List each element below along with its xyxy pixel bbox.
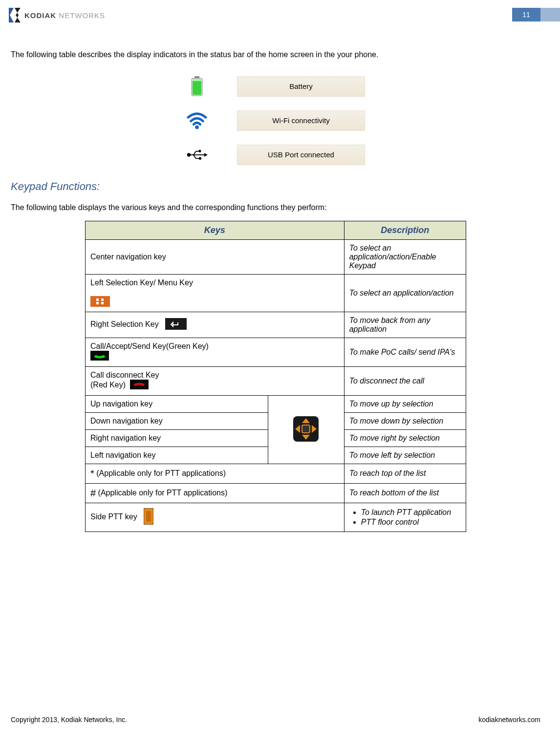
indicator-row-battery: Battery (186, 76, 365, 97)
table-header-row: Keys Description (86, 221, 466, 239)
key-cell: Left Selection Key/ Menu Key (86, 274, 345, 312)
key-text: Left Selection Key/ Menu Key (90, 278, 193, 287)
indicator-label-usb: USB Port connected (237, 145, 365, 165)
svg-rect-4 (193, 79, 201, 95)
svg-rect-14 (101, 298, 104, 301)
desc-cell: To select an application/action (344, 274, 466, 312)
svg-rect-5 (193, 79, 201, 81)
svg-rect-12 (90, 296, 110, 307)
svg-marker-0 (9, 8, 14, 22)
svg-rect-27 (146, 511, 151, 522)
svg-marker-1 (15, 8, 21, 22)
menu-key-icon (90, 296, 110, 309)
desc-bullet-2: PTT floor control (361, 518, 461, 527)
header: KODIAK NETWORKS 11 (0, 6, 560, 22)
keypad-intro: The following table displays the various… (11, 202, 540, 214)
desc-cell: To select an application/action/Enable K… (344, 239, 466, 274)
indicator-label-wifi: Wi-Fi connectivity (237, 110, 365, 131)
key-text: Right Selection Key (90, 320, 159, 328)
keypad-table: Keys Description Center navigation key T… (85, 221, 466, 532)
indicator-label-battery: Battery (237, 76, 365, 97)
key-cell: Right Selection Key (86, 312, 345, 338)
dpad-cell (268, 395, 344, 464)
key-cell: Up navigation key (86, 395, 268, 412)
svg-rect-10 (199, 150, 201, 152)
desc-bullet-1: To launch PTT application (361, 508, 461, 517)
logo-text-strong: KODIAK (24, 11, 56, 20)
logo: KODIAK NETWORKS (9, 8, 105, 22)
side-ptt-key-icon (144, 508, 153, 527)
desc-cell: To move left by selection (344, 447, 466, 464)
logo-text: KODIAK NETWORKS (24, 11, 105, 20)
indicator-row-usb: USB Port connected (186, 144, 365, 166)
desc-cell: To move back from any application (344, 312, 466, 338)
desc-cell: To move up by selection (344, 395, 466, 412)
desc-cell: To move down by selection (344, 412, 466, 429)
key-note: (Applicable only for PTT applications) (94, 469, 226, 477)
green-call-key-icon (90, 351, 109, 362)
key-cell: Center navigation key (86, 239, 345, 274)
svg-marker-9 (204, 153, 208, 156)
svg-point-11 (199, 157, 202, 160)
footer: Copyright 2013, Kodiak Networks, Inc. ko… (11, 716, 540, 724)
key-cell: Right navigation key (86, 429, 268, 447)
key-note: (Applicable only for PTT applications) (96, 488, 227, 496)
key-cell: Side PTT key (86, 503, 345, 532)
table-row: Up navigation key To move up by sele (86, 395, 466, 412)
table-row: # (Applicable only for PTT applications)… (86, 483, 466, 503)
page-number: 11 (512, 8, 540, 21)
table-row: Center navigation key To select an appli… (86, 239, 466, 274)
table-row: Call/Accept/Send Key(Green Key) To make … (86, 338, 466, 366)
svg-rect-25 (302, 425, 310, 433)
col-keys: Keys (86, 221, 345, 239)
desc-cell: To make PoC calls/ send IPA's (344, 338, 466, 366)
svg-rect-18 (90, 351, 109, 361)
battery-icon (186, 76, 208, 97)
dpad-icon (290, 413, 322, 446)
key-text: Side PTT key (90, 512, 137, 521)
svg-rect-15 (96, 302, 99, 304)
hash-symbol: # (90, 488, 96, 498)
table-row: Right Selection Key To move back from an… (86, 312, 466, 338)
back-key-icon (165, 318, 187, 332)
svg-point-6 (195, 125, 199, 129)
key-cell: Call disconnect Key (Red Key) (86, 366, 345, 395)
key-cell: Down navigation key (86, 412, 268, 429)
intro-paragraph: The following table describes the displa… (11, 49, 540, 61)
usb-icon (186, 144, 208, 166)
svg-rect-13 (96, 298, 99, 301)
col-desc: Description (344, 221, 466, 239)
desc-cell: To move right by selection (344, 429, 466, 447)
footer-copyright: Copyright 2013, Kodiak Networks, Inc. (11, 716, 127, 724)
footer-url: kodiaknetworks.com (478, 716, 540, 724)
key-text-b: (Red Key) (90, 381, 126, 389)
svg-rect-2 (194, 76, 199, 78)
key-cell: * (Applicable only for PTT applications) (86, 464, 345, 483)
section-title: Keypad Functions: (11, 180, 540, 193)
key-cell: # (Applicable only for PTT applications) (86, 483, 345, 503)
desc-cell: To reach top of the list (344, 464, 466, 483)
svg-rect-16 (101, 302, 104, 304)
key-cell: Call/Accept/Send Key(Green Key) (86, 338, 345, 366)
table-row: Call disconnect Key (Red Key) To disconn… (86, 366, 466, 395)
key-text-a: Call disconnect Key (90, 371, 159, 379)
key-cell: Left navigation key (86, 447, 268, 464)
status-indicator-list: Battery Wi-Fi connectivity (11, 76, 540, 166)
indicator-row-wifi: Wi-Fi connectivity (186, 110, 365, 131)
desc-cell: To reach bottom of the list (344, 483, 466, 503)
logo-mark-icon (9, 8, 22, 22)
red-end-key-icon (130, 380, 149, 391)
page-num-bar (540, 8, 560, 21)
desc-cell: To disconnect the call (344, 366, 466, 395)
wifi-icon (186, 110, 208, 131)
star-symbol: * (90, 468, 94, 479)
desc-cell: To launch PTT application PTT floor cont… (344, 503, 466, 532)
svg-rect-17 (165, 318, 187, 330)
key-text: Call/Accept/Send Key(Green Key) (90, 342, 209, 350)
table-row: Side PTT key To launch PTT application P… (86, 503, 466, 532)
table-row: * (Applicable only for PTT applications)… (86, 464, 466, 483)
table-row: Left Selection Key/ Menu Key To select a… (86, 274, 466, 312)
logo-text-light: NETWORKS (56, 11, 105, 20)
